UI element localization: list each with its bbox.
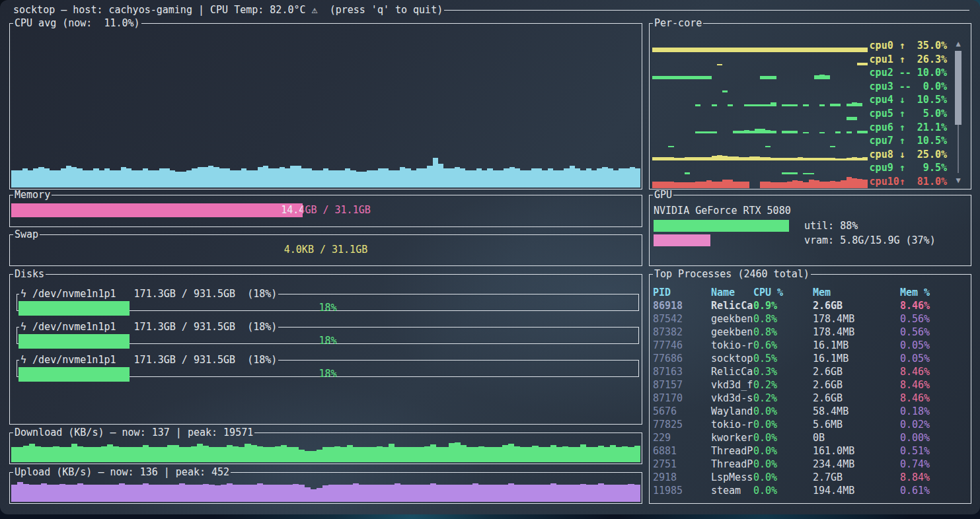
process-cell: 229 [653, 431, 711, 444]
process-cell: 2918 [653, 471, 711, 484]
core-label: cpu3 -- 0.0% [870, 80, 947, 93]
core-label: cpu8 ↓ 25.0% [870, 148, 947, 161]
process-cell: 0.02% [900, 418, 967, 431]
title-rule [444, 10, 969, 11]
disk-item-0: ϟ /dev/nvme1n1p1 171.3GB / 931.5GB (18%)… [17, 287, 639, 311]
process-cell: 2.6GB [813, 365, 900, 378]
process-cell: 77686 [653, 352, 711, 365]
core-sparkline [652, 94, 868, 106]
core-sparkline [652, 40, 868, 52]
core-label: cpu2 -- 10.0% [870, 66, 947, 79]
column-header[interactable]: PID [653, 286, 711, 299]
process-cell: 234.4MB [813, 458, 900, 471]
core-row-cpu7: cpu7 ↑ 10.5% [652, 134, 968, 148]
process-cell: vkd3d-s [711, 392, 753, 405]
process-cell: 87170 [653, 392, 711, 405]
scrollbar-thumb[interactable] [955, 51, 961, 125]
swap-gauge: 4.0KB / 31.1GB [11, 243, 640, 257]
process-cell: kworker [711, 431, 753, 444]
process-row: 87542geekben0.8%178.4MB0.56% [653, 312, 967, 326]
column-header[interactable]: Mem % [900, 286, 967, 299]
core-label: cpu9 ↑ 9.5% [870, 161, 947, 174]
memory-title: Memory [15, 189, 50, 201]
core-label: cpu5 ↑ 5.0% [870, 107, 947, 120]
gpu-util-label: util: 88% [804, 219, 858, 233]
process-cell: 0.9% [753, 299, 813, 312]
process-cell: 8.46% [900, 299, 967, 312]
process-cell: 77825 [653, 418, 711, 431]
core-row-cpu9: cpu9 ↑ 9.5% [652, 161, 968, 175]
process-cell: ThreadP [711, 444, 753, 458]
disk-gauge-label: 18% [19, 334, 637, 347]
process-cell: 0.3% [753, 365, 813, 378]
process-cell: 2.6GB [813, 378, 900, 392]
process-row: 87382geekben0.8%178.4MB0.56% [653, 326, 967, 339]
process-cell: 8.84% [900, 471, 967, 484]
core-sparkline [652, 162, 868, 174]
core-sparkline [652, 176, 868, 188]
process-cell: 8.46% [900, 365, 967, 378]
process-row: 77686socktop0.5%16.1MB0.05% [653, 352, 967, 365]
process-cell: 5.6MB [813, 418, 900, 431]
core-label: cpu6 ↑ 21.1% [870, 121, 947, 134]
cpu-avg-panel: CPU avg (now: 11.0%) [9, 17, 642, 190]
processes-panel: Top Processes (2460 total) PIDNameCPU %M… [649, 267, 971, 504]
core-row-cpu6: cpu6 ↑ 21.1% [652, 121, 968, 135]
upload-sparkline [11, 482, 640, 502]
process-cell: 77746 [653, 339, 711, 352]
disk-flash-icon: ϟ [20, 321, 32, 333]
process-cell: 0.0% [753, 484, 813, 497]
column-header[interactable]: CPU % [753, 286, 813, 299]
process-cell: 16.1MB [813, 339, 900, 352]
process-cell: 6881 [653, 444, 711, 458]
process-row: 87163RelicCa0.3%2.6GB8.46% [653, 365, 967, 378]
process-cell: 0.5% [753, 352, 813, 365]
process-table-header: PIDNameCPU %MemMem % [653, 286, 967, 299]
process-cell: 0.0% [753, 471, 813, 484]
process-cell: 0.56% [900, 312, 967, 326]
scroll-down-icon[interactable]: ▼ [954, 176, 963, 185]
swap-gauge-label: 4.0KB / 31.1GB [11, 243, 640, 257]
process-cell: RelicCa [711, 299, 753, 312]
process-table: PIDNameCPU %MemMem %86918RelicCa0.9%2.6G… [653, 286, 967, 497]
disk-legend-text: /dev/nvme1n1p1 171.3GB / 931.5GB (18%) [32, 321, 277, 333]
process-cell: 87157 [653, 378, 711, 392]
per-core-panel: Per-core cpu0 ↑ 35.0%cpu1 ↑ 26.3%cpu2 --… [649, 17, 971, 190]
disks-panel: Disks ϟ /dev/nvme1n1p1 171.3GB / 931.5GB… [9, 267, 642, 425]
download-title: Download (KB/s) — now: 137 | peak: 19571 [15, 427, 253, 438]
process-cell: 0.0% [753, 405, 813, 418]
scroll-up-icon[interactable]: ▲ [954, 39, 963, 48]
memory-gauge: 14.4GB / 31.1GB 14.4GB / 31.1GB [11, 203, 640, 217]
gpu-panel: GPU NVIDIA GeForce RTX 5080 util: 88% vr… [649, 188, 971, 266]
column-header[interactable]: Mem [813, 286, 900, 299]
column-header[interactable]: Name [711, 286, 753, 299]
process-row: 77825tokio-r0.0%5.6MB0.02% [653, 418, 967, 431]
process-cell: ThreadP [711, 458, 753, 471]
processes-title: Top Processes (2460 total) [654, 268, 810, 280]
gpu-title: GPU [654, 189, 672, 201]
core-row-cpu1: cpu1 ↑ 26.3% [652, 53, 968, 67]
core-row-cpu0: cpu0 ↑ 35.0% [652, 39, 968, 53]
process-cell: 8.46% [900, 378, 967, 392]
process-cell: 87382 [653, 326, 711, 339]
process-row: 229kworker0.0%0B0.00% [653, 431, 967, 444]
process-cell: 2.6GB [813, 392, 900, 405]
process-cell: 2751 [653, 458, 711, 471]
gpu-util-row: util: 88% [654, 219, 968, 233]
download-panel: Download (KB/s) — now: 137 | peak: 19571 [9, 426, 642, 464]
process-cell: 0.2% [753, 378, 813, 392]
disk-item-1: ϟ /dev/nvme1n1p1 171.3GB / 931.5GB (18%)… [17, 320, 639, 344]
process-cell: 58.4MB [813, 405, 900, 418]
per-core-scrollbar[interactable]: ▲ ▼ [954, 39, 963, 186]
process-cell: 0.0% [753, 431, 813, 444]
gpu-vram-row: vram: 5.8G/15.9G (37%) [654, 233, 968, 248]
process-cell: 0.00% [900, 431, 967, 444]
gpu-vram-bar [654, 234, 710, 246]
process-cell: 0.0% [753, 444, 813, 458]
process-cell: 0.0% [753, 418, 813, 431]
process-cell: 0.6% [753, 339, 813, 352]
process-row: 5676Wayland0.0%58.4MB0.18% [653, 405, 967, 418]
core-label: cpu10↑ 81.0% [870, 175, 947, 188]
disk-flash-icon: ϟ [20, 288, 32, 300]
process-cell: 0.2% [753, 392, 813, 405]
